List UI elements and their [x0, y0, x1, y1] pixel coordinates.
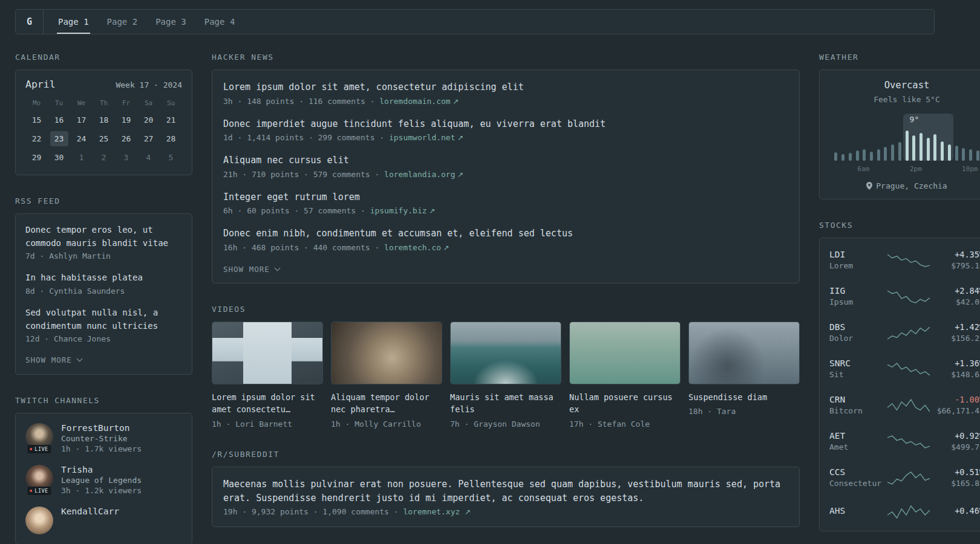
- calendar-day[interactable]: 24: [73, 131, 91, 146]
- channel-info: ForrestBurtonCounter-Strike1h · 1.7k vie…: [61, 423, 142, 453]
- video-card[interactable]: Aliquam tempor dolor nec pharetra…1h · M…: [331, 322, 442, 429]
- calendar-day[interactable]: 16: [50, 112, 68, 128]
- news-source-link[interactable]: ipsumify.biz: [370, 206, 427, 215]
- post-title[interactable]: Maecenas mollis pulvinar erat non posuer…: [223, 478, 788, 505]
- calendar-day[interactable]: 4: [140, 150, 158, 165]
- calendar-day[interactable]: 17: [73, 112, 91, 128]
- twitch-section-title: TWITCH CHANNELS: [15, 396, 192, 405]
- calendar-day[interactable]: 25: [95, 131, 113, 146]
- app-logo[interactable]: G: [16, 10, 44, 34]
- live-badge: LIVE: [27, 487, 51, 495]
- calendar-day[interactable]: 15: [28, 112, 46, 128]
- weather-bar-column: [903, 131, 910, 161]
- news-title[interactable]: Integer eget rutrum lorem: [223, 190, 788, 204]
- channel-name[interactable]: ForrestBurton: [61, 423, 142, 433]
- news-source-link[interactable]: loremlandia.org: [384, 170, 455, 179]
- calendar-day[interactable]: 1: [73, 150, 91, 165]
- calendar-day[interactable]: 28: [162, 131, 180, 146]
- stock-row[interactable]: AETAmet+0.92%$499.72: [829, 423, 980, 459]
- calendar-day[interactable]: 3: [117, 150, 136, 165]
- stock-identity: LDILorem: [829, 250, 886, 270]
- calendar-day[interactable]: 5: [162, 150, 180, 165]
- video-card[interactable]: Lorem ipsum dolor sit amet consectetu…1h…: [212, 322, 323, 429]
- news-source-link[interactable]: ipsumworld.net: [389, 133, 456, 142]
- video-thumbnail[interactable]: [450, 322, 561, 384]
- news-title[interactable]: Aliquam nec cursus elit: [223, 154, 788, 167]
- news-meta: 1d · 1,414 points · 299 comments · ipsum…: [223, 133, 788, 142]
- weather-bar-column: [896, 142, 903, 161]
- video-title[interactable]: Nullam posuere cursus ex: [569, 391, 681, 416]
- tab-page-2[interactable]: Page 2: [106, 10, 139, 34]
- rss-item-title[interactable]: Sed volutpat nulla nisl, a condimentum n…: [25, 306, 182, 332]
- twitch-channel[interactable]: LIVEForrestBurtonCounter-Strike1h · 1.7k…: [25, 423, 182, 453]
- stock-row[interactable]: CCSConsectetur+0.51%$165.84: [829, 459, 980, 496]
- rss-item-title[interactable]: In hac habitasse platea: [25, 271, 182, 285]
- news-title[interactable]: Lorem ipsum dolor sit amet, consectetur …: [223, 80, 788, 94]
- tab-page-4[interactable]: Page 4: [203, 10, 237, 34]
- calendar-day[interactable]: 2: [95, 150, 113, 165]
- calendar-day[interactable]: 21: [162, 112, 180, 128]
- calendar-day-selected[interactable]: 23: [50, 131, 68, 146]
- video-thumbnail[interactable]: [331, 322, 442, 384]
- hackernews-widget: HACKER NEWS Lorem ipsum dolor sit amet, …: [212, 53, 800, 283]
- stock-identity: AETAmet: [829, 431, 886, 452]
- video-title[interactable]: Lorem ipsum dolor sit amet consectetu…: [212, 391, 323, 416]
- calendar-day[interactable]: 20: [140, 112, 158, 128]
- twitch-channel[interactable]: KendallCarr: [25, 507, 182, 534]
- stock-row[interactable]: DBSDolor+1.42%$156.28: [829, 314, 980, 351]
- video-thumbnail[interactable]: [212, 322, 323, 384]
- news-title[interactable]: Donec imperdiet augue tincidunt felis al…: [223, 117, 788, 131]
- tab-page-1[interactable]: Page 1: [57, 10, 90, 34]
- stock-row[interactable]: IIGIpsum+2.84%$42.04: [829, 278, 980, 314]
- calendar-day[interactable]: 19: [117, 112, 136, 128]
- calendar-days-grid: 1516171819202122232425262728293012345: [25, 112, 182, 165]
- video-title[interactable]: Suspendisse diam: [688, 391, 800, 404]
- video-title[interactable]: Aliquam tempor dolor nec pharetra…: [331, 391, 442, 416]
- twitch-card: LIVEForrestBurtonCounter-Strike1h · 1.7k…: [15, 413, 192, 544]
- stock-symbol: DBS: [829, 322, 886, 332]
- video-thumbnail[interactable]: [569, 322, 681, 384]
- news-title[interactable]: Donec enim nibh, condimentum et accumsan…: [223, 227, 788, 241]
- video-card[interactable]: Suspendisse diam18h · Tara: [688, 322, 800, 429]
- stock-identity: AHS: [829, 506, 886, 517]
- stock-values: +2.84%$42.04: [931, 286, 980, 306]
- news-item: Aliquam nec cursus elit21h · 710 points …: [223, 154, 788, 179]
- channel-name[interactable]: KendallCarr: [61, 507, 119, 516]
- weather-bar-column: [918, 133, 925, 161]
- tab-page-3[interactable]: Page 3: [154, 10, 188, 34]
- weather-section-title: WEATHER: [819, 53, 980, 62]
- rss-show-more-button[interactable]: SHOW MORE: [25, 355, 82, 364]
- calendar-day-header: Fr: [122, 99, 130, 107]
- stock-change: +2.84%: [931, 286, 980, 296]
- calendar-day[interactable]: 18: [95, 112, 113, 128]
- stock-row[interactable]: CRNBitcorn-1.00%$66,171.48: [829, 387, 980, 423]
- news-source-link[interactable]: loremdomain.com: [379, 97, 450, 106]
- post-source-link[interactable]: loremnet.xyz: [403, 507, 460, 516]
- calendar-day[interactable]: 27: [140, 131, 158, 146]
- news-source-link[interactable]: loremtech.co: [384, 243, 441, 252]
- stock-row[interactable]: SNRCSit+1.36%$148.64: [829, 351, 980, 387]
- weather-bar-column: [854, 151, 861, 161]
- calendar-day[interactable]: 30: [50, 150, 68, 165]
- twitch-channel[interactable]: LIVETrishaLeague of Legends3h · 1.2k vie…: [25, 465, 182, 495]
- rss-item-title[interactable]: Donec tempor eros leo, ut commodo mauris…: [25, 224, 182, 250]
- stock-sparkline: [886, 361, 931, 377]
- video-title[interactable]: Mauris sit amet massa felis: [450, 391, 561, 416]
- weather-bar-column: [868, 152, 875, 161]
- video-card[interactable]: Mauris sit amet massa felis7h · Grayson …: [450, 322, 561, 429]
- calendar-widget: CALENDAR April Week 17 · 2024 MoTuWeThFr…: [15, 53, 192, 175]
- stock-row[interactable]: AHS+0.46%: [829, 496, 980, 527]
- calendar-day-header: Sa: [145, 99, 152, 107]
- stock-change: +0.51%: [931, 467, 980, 477]
- channel-avatar: LIVE: [25, 465, 53, 493]
- video-card[interactable]: Nullam posuere cursus ex17h · Stefan Col…: [569, 322, 681, 429]
- stock-row[interactable]: LDILorem+4.35%$795.18: [829, 242, 980, 278]
- stocks-widget: STOCKS LDILorem+4.35%$795.18IIGIpsum+2.8…: [819, 221, 980, 531]
- location-pin-icon: [866, 182, 872, 190]
- calendar-day[interactable]: 26: [117, 131, 136, 146]
- calendar-day[interactable]: 29: [28, 150, 46, 165]
- video-thumbnail[interactable]: [688, 322, 800, 384]
- calendar-day[interactable]: 22: [28, 131, 46, 146]
- channel-name[interactable]: Trisha: [61, 465, 142, 474]
- hackernews-show-more-button[interactable]: SHOW MORE: [223, 265, 279, 274]
